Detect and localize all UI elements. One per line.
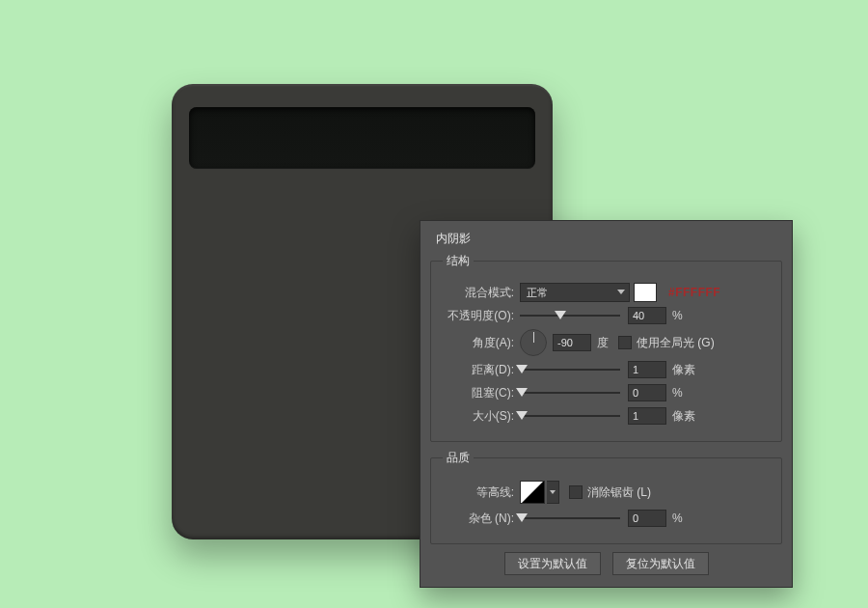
distance-label: 距离(D): <box>443 362 514 378</box>
distance-slider[interactable] <box>520 364 620 375</box>
opacity-label: 不透明度(O): <box>443 308 514 324</box>
blend-mode-value: 正常 <box>527 287 548 298</box>
antialias-label: 消除锯齿 (L) <box>587 484 651 501</box>
blend-mode-select[interactable]: 正常 <box>520 283 630 302</box>
angle-label: 角度(A): <box>443 335 514 351</box>
noise-slider[interactable] <box>520 512 620 524</box>
size-slider[interactable] <box>520 410 620 422</box>
choke-unit: % <box>672 386 683 400</box>
noise-unit: % <box>672 511 683 525</box>
angle-input[interactable]: -90 <box>553 334 591 351</box>
layer-style-panel: 内阴影 结构 混合模式: 正常 #FFFFFF 不透明度(O): 40 % 角度… <box>420 220 793 588</box>
angle-unit: 度 <box>597 335 609 351</box>
make-default-button[interactable]: 设置为默认值 <box>504 552 601 575</box>
blend-mode-label: 混合模式: <box>443 285 514 301</box>
structure-legend: 结构 <box>443 253 474 269</box>
panel-title: 内阴影 <box>436 231 782 247</box>
antialias-checkbox[interactable] <box>569 485 583 499</box>
structure-group: 结构 混合模式: 正常 #FFFFFF 不透明度(O): 40 % 角度(A):… <box>430 253 782 442</box>
choke-slider[interactable] <box>520 387 620 399</box>
contour-dropdown[interactable] <box>547 481 559 504</box>
global-light-label: 使用全局光 (G) <box>637 335 715 351</box>
noise-label: 杂色 (N): <box>443 511 514 527</box>
distance-unit: 像素 <box>672 362 695 378</box>
quality-legend: 品质 <box>443 450 474 466</box>
color-swatch[interactable] <box>634 283 657 302</box>
quality-group: 品质 等高线: 消除锯齿 (L) 杂色 (N): 0 % <box>430 450 782 544</box>
choke-input[interactable]: 0 <box>628 384 666 401</box>
hex-callout: #FFFFFF <box>668 286 720 299</box>
angle-dial[interactable] <box>520 329 547 356</box>
size-label: 大小(S): <box>443 408 514 425</box>
contour-label: 等高线: <box>443 484 514 501</box>
reset-default-button[interactable]: 复位为默认值 <box>612 552 709 575</box>
chevron-down-icon <box>617 290 625 294</box>
opacity-input[interactable]: 40 <box>628 307 666 324</box>
contour-picker[interactable] <box>520 481 545 504</box>
device-screen <box>189 107 535 169</box>
opacity-unit: % <box>672 309 683 322</box>
noise-input[interactable]: 0 <box>628 510 666 527</box>
global-light-checkbox[interactable] <box>618 336 632 349</box>
distance-input[interactable]: 1 <box>628 361 666 378</box>
size-unit: 像素 <box>672 408 695 425</box>
opacity-slider[interactable] <box>520 310 620 321</box>
choke-label: 阻塞(C): <box>443 385 514 401</box>
size-input[interactable]: 1 <box>628 407 666 425</box>
